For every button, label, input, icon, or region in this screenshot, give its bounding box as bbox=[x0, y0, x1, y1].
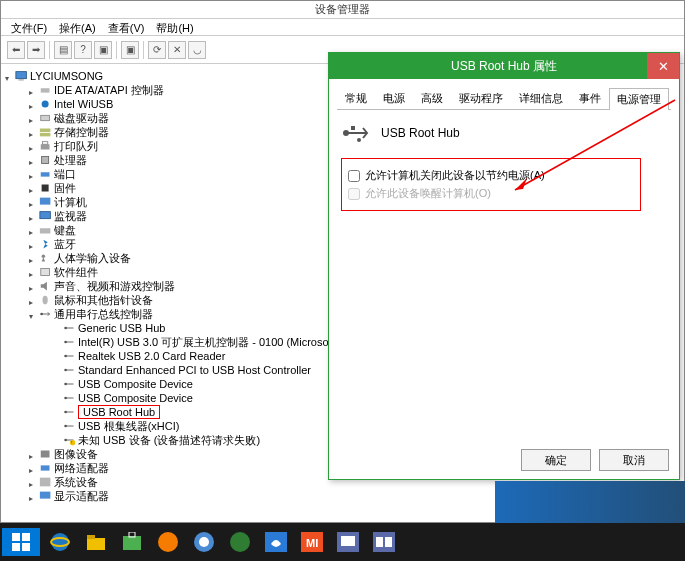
tab-powermgmt[interactable]: 电源管理 bbox=[609, 88, 669, 110]
tb-store[interactable] bbox=[116, 528, 148, 556]
allow-shutdown-checkbox[interactable] bbox=[348, 170, 360, 182]
svg-rect-31 bbox=[41, 465, 50, 470]
svg-rect-8 bbox=[43, 142, 48, 145]
network-icon bbox=[39, 462, 53, 474]
back-button[interactable]: ⬅ bbox=[7, 41, 25, 59]
computer-icon bbox=[39, 196, 53, 208]
svg-point-23 bbox=[64, 383, 67, 386]
usb-icon bbox=[63, 392, 77, 404]
options-box: 允许计算机关闭此设备以节约电源(A) 允许此设备唤醒计算机(O) bbox=[341, 158, 641, 211]
tb-btn-9[interactable]: ◡ bbox=[188, 41, 206, 59]
tb-app-green[interactable] bbox=[224, 528, 256, 556]
tb-running-2[interactable] bbox=[368, 528, 400, 556]
tb-app-blue[interactable] bbox=[188, 528, 220, 556]
bluetooth-icon bbox=[39, 238, 53, 250]
svg-point-3 bbox=[42, 101, 49, 108]
svg-point-21 bbox=[64, 355, 67, 358]
tb-app-mi[interactable]: MI bbox=[296, 528, 328, 556]
svg-point-20 bbox=[64, 341, 67, 344]
tb-btn-4[interactable]: ? bbox=[74, 41, 92, 59]
tb-app-baidu[interactable] bbox=[260, 528, 292, 556]
firmware-icon bbox=[39, 182, 53, 194]
svg-point-27 bbox=[64, 439, 67, 442]
start-button[interactable] bbox=[2, 528, 40, 556]
usb-icon bbox=[39, 308, 53, 320]
audio-icon bbox=[39, 280, 53, 292]
allow-wake-label: 允许此设备唤醒计算机(O) bbox=[365, 186, 491, 201]
dialog-title-bar[interactable]: USB Root Hub 属性 ✕ bbox=[329, 53, 679, 79]
svg-point-49 bbox=[158, 532, 178, 552]
cancel-button[interactable]: 取消 bbox=[599, 449, 669, 471]
svg-text:MI: MI bbox=[306, 537, 318, 549]
svg-rect-46 bbox=[87, 535, 95, 539]
fwd-button[interactable]: ➡ bbox=[27, 41, 45, 59]
menu-help[interactable]: 帮助(H) bbox=[150, 19, 199, 35]
usb-icon bbox=[63, 378, 77, 390]
tb-btn-7[interactable]: ⟳ bbox=[148, 41, 166, 59]
svg-rect-41 bbox=[12, 543, 20, 551]
display-icon bbox=[39, 490, 53, 502]
menu-file[interactable]: 文件(F) bbox=[5, 19, 53, 35]
svg-rect-35 bbox=[351, 126, 355, 130]
tab-advanced[interactable]: 高级 bbox=[413, 87, 451, 109]
usb-icon bbox=[63, 420, 77, 432]
usb-icon bbox=[63, 364, 77, 376]
tb-btn-3[interactable]: ▤ bbox=[54, 41, 72, 59]
svg-rect-12 bbox=[40, 198, 51, 205]
svg-point-19 bbox=[64, 327, 67, 330]
svg-rect-7 bbox=[41, 144, 50, 149]
usb-icon bbox=[63, 406, 77, 418]
tab-events[interactable]: 事件 bbox=[571, 87, 609, 109]
tb-ie[interactable] bbox=[44, 528, 76, 556]
close-button[interactable]: ✕ bbox=[647, 53, 679, 79]
usb-warn-icon: ! bbox=[63, 434, 77, 446]
svg-point-52 bbox=[230, 532, 250, 552]
cpu-icon bbox=[39, 154, 53, 166]
allow-shutdown-label: 允许计算机关闭此设备以节约电源(A) bbox=[365, 168, 545, 183]
tb-running-1[interactable] bbox=[332, 528, 364, 556]
disk-icon bbox=[39, 112, 53, 124]
svg-rect-0 bbox=[16, 72, 27, 79]
tb-btn-6[interactable]: ▣ bbox=[121, 41, 139, 59]
svg-rect-57 bbox=[341, 536, 355, 546]
svg-rect-5 bbox=[40, 129, 51, 133]
svg-point-36 bbox=[357, 138, 361, 142]
tb-app-orange[interactable] bbox=[152, 528, 184, 556]
tab-details[interactable]: 详细信息 bbox=[511, 87, 571, 109]
menu-bar: 文件(F) 操作(A) 查看(V) 帮助(H) bbox=[1, 19, 684, 36]
usb-icon bbox=[63, 322, 77, 334]
port-icon bbox=[39, 168, 53, 180]
software-icon bbox=[39, 266, 53, 278]
svg-rect-13 bbox=[40, 212, 51, 219]
menu-action[interactable]: 操作(A) bbox=[53, 19, 102, 35]
taskbar: MI bbox=[0, 523, 685, 561]
svg-rect-16 bbox=[41, 269, 50, 276]
printer-icon bbox=[39, 140, 53, 152]
svg-rect-1 bbox=[19, 80, 24, 81]
tb-btn-5[interactable]: ▣ bbox=[94, 41, 112, 59]
svg-rect-45 bbox=[87, 538, 105, 550]
tb-explorer[interactable] bbox=[80, 528, 112, 556]
ok-button[interactable]: 确定 bbox=[521, 449, 591, 471]
tb-btn-8[interactable]: ✕ bbox=[168, 41, 186, 59]
svg-text:!: ! bbox=[71, 440, 72, 445]
svg-point-34 bbox=[343, 130, 349, 136]
menu-view[interactable]: 查看(V) bbox=[102, 19, 151, 35]
tab-driver[interactable]: 驱动程序 bbox=[451, 87, 511, 109]
svg-point-51 bbox=[199, 537, 209, 547]
tab-power[interactable]: 电源 bbox=[375, 87, 413, 109]
svg-rect-39 bbox=[12, 533, 20, 541]
tab-strip: 常规 电源 高级 驱动程序 详细信息 事件 电源管理 bbox=[337, 87, 671, 110]
svg-point-18 bbox=[40, 313, 43, 316]
svg-rect-10 bbox=[41, 172, 50, 176]
svg-rect-6 bbox=[40, 133, 51, 137]
svg-rect-42 bbox=[22, 543, 30, 551]
close-icon: ✕ bbox=[658, 59, 669, 74]
keyboard-icon bbox=[39, 224, 53, 236]
svg-rect-32 bbox=[40, 478, 51, 487]
device-name: USB Root Hub bbox=[381, 126, 460, 140]
hid-icon bbox=[39, 252, 53, 264]
svg-rect-60 bbox=[385, 537, 392, 547]
mouse-icon bbox=[39, 294, 53, 306]
tab-general[interactable]: 常规 bbox=[337, 87, 375, 109]
